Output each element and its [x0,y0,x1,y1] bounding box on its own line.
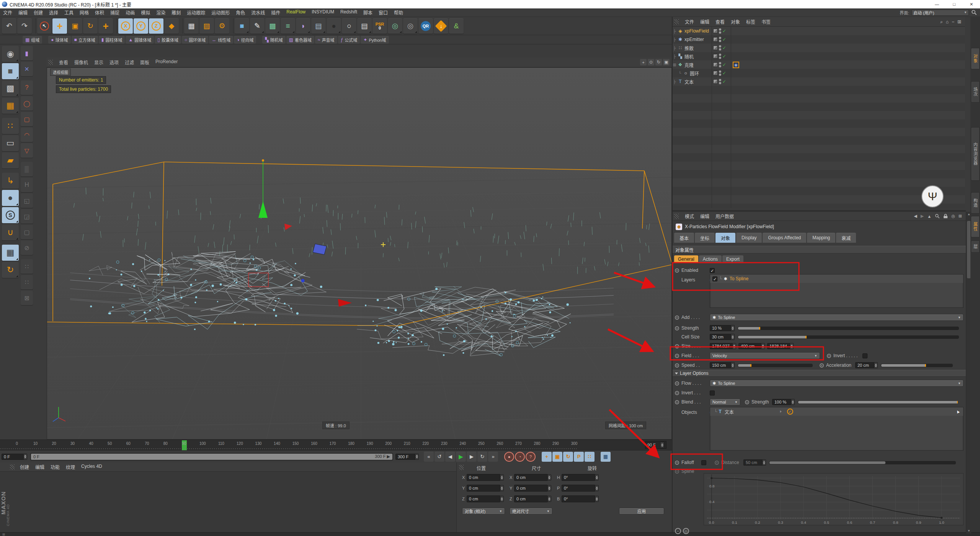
vp-prorender-menu[interactable]: ProRender [152,59,181,65]
key-rotation-toggle[interactable]: ↻ [563,452,573,462]
workplane-mode-button[interactable]: ▦ [2,98,19,114]
drag-grip-icon[interactable] [459,465,464,470]
vp-view-menu[interactable]: 查看 [56,59,71,65]
add-array-button[interactable]: ≡ [281,18,295,34]
enable-axis-button[interactable]: ↳ [2,173,19,189]
coordinate-system-button[interactable]: ◆ [164,18,179,34]
create-menu[interactable]: 创建 [31,9,46,16]
zoom-out-icon[interactable]: − [675,528,681,534]
om-bookmarks-menu[interactable]: 书签 [758,18,774,25]
visibility-dots[interactable] [719,45,721,51]
viewport-scene[interactable]: 透视视图 Number of emitters: 1 Total live pa… [47,67,672,440]
snap-menu[interactable]: 捕捉 [107,9,122,16]
edit-menu[interactable]: 编辑 [15,9,31,16]
qr-button[interactable]: QR [418,18,433,34]
record-keyframe-button[interactable]: ● [504,452,514,462]
vp-cameras-menu[interactable]: 摄像机 [71,59,91,65]
size-x-field[interactable]: X0 cm [510,474,551,481]
vp-panel-menu[interactable]: 面板 [137,59,152,65]
help-menu[interactable]: 帮助 [391,9,406,16]
loop-button[interactable]: ↻ [477,452,487,462]
disabled-tool-2[interactable]: H [21,178,33,192]
motion-tracker-menu[interactable]: 运动跟踪 [184,9,208,16]
enabled-check-icon[interactable]: ✓ [722,37,726,42]
position-x-field[interactable]: X0 cm [462,474,504,481]
enabled-check-icon[interactable]: ✓ [722,62,726,67]
autokey-button[interactable]: ◔ [515,452,525,462]
current-frame-field[interactable]: 90 F [645,441,666,449]
add-deformer-button[interactable]: ◗ [296,18,310,34]
layer-enabled-checkbox[interactable]: ✓ [712,276,717,281]
object-row-cloner[interactable]: ⊞❖克隆✓◉ [673,60,965,69]
om-view-menu[interactable]: 查看 [712,18,728,25]
timeline-ruler[interactable]: 0102030405060708090100110120130140150160… [0,440,672,450]
help-cursor-tool[interactable]: ? [21,80,33,95]
formula-field-button[interactable]: ƒ公式域 [338,36,360,44]
add-subdivision-button[interactable]: ▩ [265,18,280,34]
visibility-dots[interactable] [719,28,721,34]
disabled-tool-8[interactable]: ∷ [21,275,33,289]
invert2-checkbox[interactable] [710,391,715,395]
render-menu[interactable]: 渲染 [153,9,168,16]
mat-cycles-menu[interactable]: Cycles 4D [78,464,105,470]
mat-texture-menu[interactable]: 纹理 [63,464,78,470]
attr-tab-6[interactable]: 衰减 [836,233,856,243]
key-parameter-toggle[interactable]: P [574,452,584,462]
mograph-menu[interactable]: 运动图形 [208,9,233,16]
cell-size-slider[interactable] [738,335,959,339]
apply-button[interactable]: 应用 [619,508,664,515]
script-menu[interactable]: 脚本 [360,9,376,16]
attr-lock-icon[interactable] [943,214,948,219]
vp-zoom-icon[interactable]: ⊙ [648,59,654,65]
attr-tab-1[interactable]: 坐标 [695,233,715,243]
psr-zero-button[interactable]: PSR0 [372,18,387,34]
disabled-tool-9[interactable]: ⊠ [21,291,33,305]
visibility-dots[interactable] [719,54,721,59]
hierarchy-mode-icon[interactable]: ⊧ [780,410,782,413]
torus-field-button[interactable]: ○圆环体域 [182,36,208,44]
xpresso-button[interactable]: ✕ [21,62,33,76]
rotation-p-field[interactable]: P0° [557,485,599,492]
rectangle-selection-tool[interactable]: ▢ [21,112,33,126]
model-mode-button[interactable]: ■ [2,63,19,79]
keyframe-help-button[interactable]: ? [526,452,536,462]
attr-up-icon[interactable]: ▲ [927,214,931,219]
attr-forward-icon[interactable]: ▶ [921,214,924,219]
plugins-menu[interactable]: 插件 [268,9,283,16]
minimize-button[interactable]: — [928,0,946,8]
character-menu[interactable]: 角色 [233,9,248,16]
vp-toggle-icon[interactable]: ▣ [663,59,670,65]
attr-newwin-icon[interactable]: ⊞ [959,214,962,219]
window-menu[interactable]: 窗口 [376,9,391,16]
position-y-field[interactable]: Y0 cm [462,485,504,492]
distance-field[interactable]: 50 cm [743,459,766,466]
range-start-field[interactable]: 0 F [2,454,27,460]
vp-options-menu[interactable]: 选项 [106,59,122,65]
cylinder-field-button[interactable]: ▮圆柱体域 [99,36,125,44]
redo-button[interactable]: ↷ [17,18,32,34]
lock-x-axis-button[interactable]: X [118,18,133,34]
speed-field[interactable]: 150 cm [710,362,735,368]
rotation-b-field[interactable]: B0° [557,495,599,502]
object-row-text-spline[interactable]: ├T文本✓ [673,77,965,86]
object-row-push-apart[interactable]: ├∷推散✓ [673,44,965,52]
falloff-spline-graph[interactable]: 0.80.40.00.10.20.30.40.50.60.70.80.91.0 [704,473,964,525]
zoom-fit-icon[interactable]: ◎ [683,528,689,534]
attr-search-icon[interactable] [935,214,940,219]
attr-mode-menu[interactable]: 模式 [682,213,697,219]
add-wire-sphere-button[interactable]: ◎ [403,18,418,34]
vp-filter-menu[interactable]: 过滤 [122,59,137,65]
add-cube-button[interactable]: ■ [235,18,249,34]
realflow-menu[interactable]: RealFlow [283,9,309,16]
magnet-button[interactable]: ∪ [2,224,19,240]
anim-dot-icon[interactable] [675,268,679,273]
lock-y-axis-button[interactable]: Y [134,18,148,34]
points-mode-button[interactable]: ∷ [2,118,19,134]
move-tool[interactable]: + [52,18,67,34]
select-menu[interactable]: 选择 [46,9,61,16]
size-y-field[interactable]: 400 cm [738,343,765,349]
tab-attributes[interactable]: 属性 [971,216,980,237]
om-search-icon[interactable]: ⌕ [940,19,943,25]
live-selection-icon[interactable]: ◯ [21,96,33,111]
animate-menu[interactable]: 动画 [122,9,138,16]
